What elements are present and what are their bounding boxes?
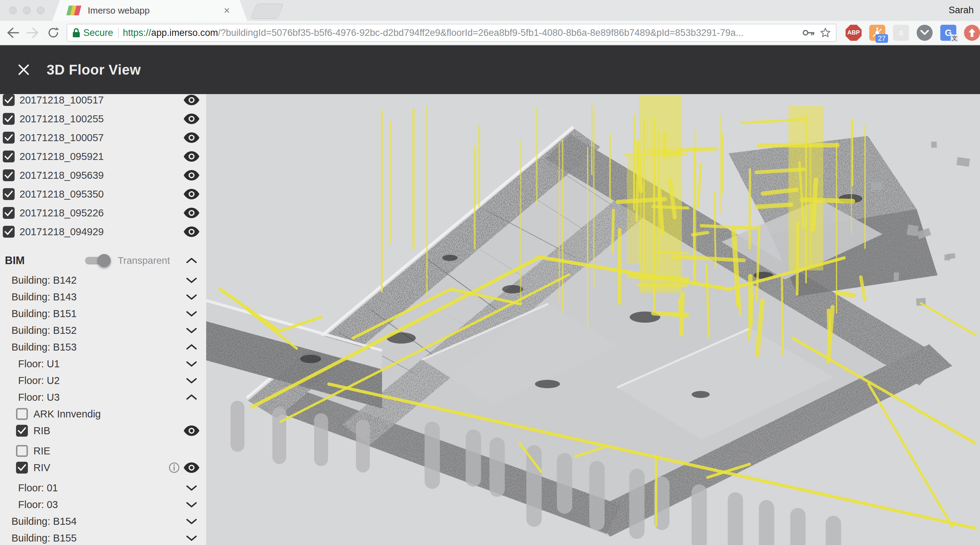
updater-extension-icon[interactable] [964,25,980,41]
tree-label: Floor: U2 [18,375,60,386]
floor-row[interactable]: Floor: U2 [0,372,206,389]
chevron-down-icon[interactable] [185,484,198,492]
reload-icon[interactable] [46,25,61,41]
password-key-icon[interactable] [802,29,815,37]
building-row[interactable]: Building: B155 [0,530,206,545]
building-row[interactable]: Building: B151 [0,305,206,322]
adblock-extension-icon[interactable]: ABP [846,25,862,41]
scan-checkbox[interactable] [3,151,14,163]
pocket-extension-icon[interactable] [916,25,933,41]
chat-extension-icon[interactable]: a [893,25,909,41]
scan-row[interactable]: 20171218_100517 [0,94,206,109]
chevron-down-icon[interactable] [185,534,198,542]
scan-checkbox[interactable] [3,188,14,200]
browser-tab-strip: Imerso webapp × Sarah [0,0,980,21]
floor-row[interactable]: Floor: 01 [0,480,206,496]
scan-checkbox[interactable] [3,207,14,219]
discipline-checkbox[interactable] [16,408,28,420]
tab-close-icon[interactable]: × [221,5,232,16]
visibility-eye-icon[interactable] [183,189,200,199]
bookmark-star-icon[interactable] [820,27,831,38]
discipline-row[interactable]: RIE [0,443,206,459]
scan-checkbox[interactable] [3,169,14,181]
imerso-favicon [68,5,81,16]
visibility-eye-icon[interactable] [183,113,200,124]
tree-label: RIV [33,462,50,473]
chevron-up-icon[interactable] [185,394,198,401]
chevron-down-icon[interactable] [185,377,198,384]
bim-label: BIM [5,254,25,267]
scan-checkbox[interactable] [3,94,14,106]
browser-profile-name[interactable]: Sarah [949,5,974,16]
chevron-down-icon[interactable] [185,310,198,317]
visibility-eye-icon[interactable] [183,226,200,237]
chevron-down-icon[interactable] [185,327,198,334]
discipline-checkbox[interactable] [16,445,28,457]
discipline-checkbox[interactable] [16,462,28,473]
scan-row[interactable]: 20171218_095350 [0,185,206,204]
tree-label: RIB [33,425,50,437]
address-bar[interactable]: Secure https://app.imerso.com/?buildingI… [67,24,837,42]
building-row[interactable]: Building: B153 [0,339,206,355]
chevron-down-icon[interactable] [185,276,198,284]
secure-lock-icon [72,27,80,38]
discipline-row[interactable]: ARK Innvendig [0,406,206,422]
discipline-checkbox[interactable] [16,425,28,437]
floor-row[interactable]: Floor: U1 [0,355,206,372]
forward-icon[interactable] [25,25,40,41]
close-panel-icon[interactable] [16,62,31,77]
scan-row[interactable]: 20171218_100057 [0,128,206,147]
building-row[interactable]: Building: B143 [0,288,206,305]
google-translate-extension-icon[interactable]: G文 [940,25,956,41]
scan-checkbox[interactable] [3,113,14,125]
scan-row[interactable]: 20171218_095226 [0,204,206,222]
scan-row[interactable]: 20171218_100255 [0,109,206,128]
browser-toolbar: Secure https://app.imerso.com/?buildingI… [0,21,980,45]
building-row[interactable]: Building: B152 [0,322,206,339]
building-row[interactable]: Building: B142 [0,272,206,288]
tree-label: RIE [33,445,50,457]
tree-label: Floor: U1 [18,358,60,370]
chevron-down-icon[interactable] [185,518,198,525]
visibility-eye-icon[interactable] [183,95,200,105]
chevron-down-icon[interactable] [185,501,198,508]
tree-label: Building: B143 [11,291,76,303]
chevron-up-icon[interactable] [185,257,198,265]
bim-section-row[interactable]: BIM Transparent [0,250,206,272]
bim-transparent-toggle[interactable] [85,257,109,265]
hubspot-extension-icon[interactable]: 27 [869,25,885,41]
scan-row[interactable]: 20171218_095921 [0,147,206,166]
discipline-row[interactable]: RIB [0,422,206,439]
window-close-button[interactable] [9,6,17,14]
secure-label: Secure [83,27,113,38]
scan-row[interactable]: 20171218_095639 [0,166,206,185]
browser-tab[interactable]: Imerso webapp × [52,0,247,21]
floor-row[interactable]: Floor: U3 [0,389,206,406]
building-row[interactable]: Building: B154 [0,513,206,530]
new-tab-button[interactable] [250,3,284,19]
url-text[interactable]: https://app.imerso.com/?buildingId=5076b… [123,27,797,38]
scan-row[interactable]: 20171218_094929 [0,222,206,241]
scan-checkbox[interactable] [3,226,14,237]
bim-tree: Building: B142 Building: B143 Building: … [0,272,206,545]
visibility-eye-icon[interactable] [183,170,200,180]
chevron-up-icon[interactable] [185,343,198,351]
tree-label: Building: B142 [11,274,76,286]
info-icon[interactable] [169,462,180,473]
chevron-down-icon[interactable] [185,360,198,368]
3d-viewport-canvas[interactable] [206,94,980,545]
window-zoom-button[interactable] [37,6,45,14]
floor-row[interactable]: Floor: 03 [0,496,206,513]
scan-checkbox[interactable] [3,132,14,143]
back-icon[interactable] [5,25,20,41]
scan-label: 20171218_100057 [19,132,104,143]
chevron-up-icon[interactable] [183,255,200,266]
discipline-row[interactable]: RIV [0,459,206,476]
visibility-eye-icon[interactable] [183,462,200,473]
visibility-eye-icon[interactable] [183,132,200,143]
visibility-eye-icon[interactable] [183,425,200,436]
visibility-eye-icon[interactable] [183,208,200,218]
window-minimize-button[interactable] [23,6,31,14]
visibility-eye-icon[interactable] [183,151,200,162]
chevron-down-icon[interactable] [185,293,198,301]
